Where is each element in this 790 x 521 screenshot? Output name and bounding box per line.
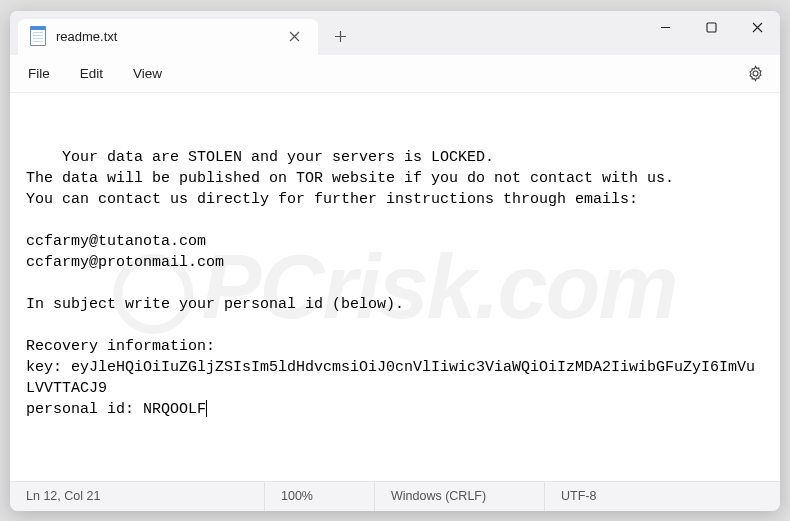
menu-view[interactable]: View bbox=[119, 60, 176, 87]
new-tab-button[interactable] bbox=[324, 21, 356, 53]
notepad-icon bbox=[30, 28, 46, 46]
status-zoom[interactable]: 100% bbox=[265, 482, 375, 511]
tab-strip: readme.txt bbox=[10, 11, 356, 55]
document-text: Your data are STOLEN and your servers is… bbox=[26, 149, 755, 418]
maximize-button[interactable] bbox=[688, 11, 734, 45]
notepad-window: readme.txt File Edit View bbox=[10, 11, 780, 511]
menu-file[interactable]: File bbox=[14, 60, 64, 87]
status-line-ending[interactable]: Windows (CRLF) bbox=[375, 482, 545, 511]
maximize-icon bbox=[706, 22, 717, 33]
titlebar: readme.txt bbox=[10, 11, 780, 55]
tab-title: readme.txt bbox=[56, 29, 272, 44]
menubar: File Edit View bbox=[10, 55, 780, 93]
close-tab-button[interactable] bbox=[282, 25, 306, 49]
status-encoding[interactable]: UTF-8 bbox=[545, 482, 780, 511]
minimize-icon bbox=[660, 22, 671, 33]
text-editor-area[interactable]: PCrisk.com Your data are STOLEN and your… bbox=[10, 93, 780, 481]
svg-rect-0 bbox=[707, 23, 716, 32]
close-icon bbox=[289, 31, 300, 42]
statusbar: Ln 12, Col 21 100% Windows (CRLF) UTF-8 bbox=[10, 481, 780, 511]
menu-edit[interactable]: Edit bbox=[66, 60, 117, 87]
close-icon bbox=[752, 22, 763, 33]
document-tab[interactable]: readme.txt bbox=[18, 19, 318, 55]
window-controls bbox=[642, 11, 780, 45]
close-window-button[interactable] bbox=[734, 11, 780, 45]
gear-icon bbox=[747, 65, 764, 82]
settings-button[interactable] bbox=[740, 58, 770, 88]
minimize-button[interactable] bbox=[642, 11, 688, 45]
status-position: Ln 12, Col 21 bbox=[10, 482, 265, 511]
text-cursor bbox=[206, 400, 207, 417]
plus-icon bbox=[334, 30, 347, 43]
